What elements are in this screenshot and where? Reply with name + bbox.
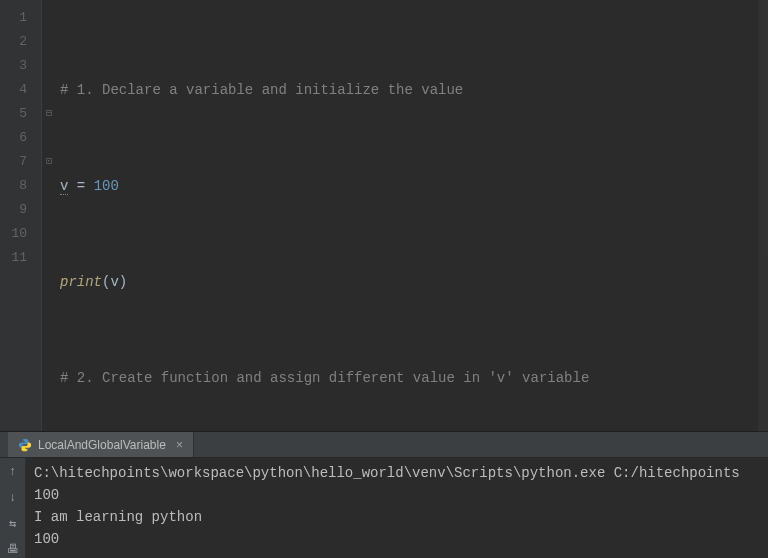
run-body: ↑ ↓ ⇆ 🖶 C:\hitechpoints\workspace\python… bbox=[0, 458, 768, 558]
console-line: C:\hitechpoints\workspace\python\hello_w… bbox=[34, 462, 760, 484]
code-editor[interactable]: 1 2 3 4 5 6 7 8 9 10 11 ⊟ ⊡ # bbox=[0, 0, 768, 431]
punct-token: ) bbox=[119, 274, 127, 290]
fold-end-icon[interactable]: ⊡ bbox=[42, 150, 56, 174]
code-line[interactable]: # 1. Declare a variable and initialize t… bbox=[56, 78, 768, 102]
run-panel: LocalAndGlobalVariable × ↑ ↓ ⇆ 🖶 C:\hite… bbox=[0, 431, 768, 558]
scroll-up-icon[interactable]: ↑ bbox=[5, 464, 21, 480]
print-icon[interactable]: 🖶 bbox=[5, 542, 21, 558]
fold-gutter: ⊟ ⊡ bbox=[42, 0, 56, 431]
line-number: 1 bbox=[0, 6, 41, 30]
editor-vertical-scrollbar[interactable] bbox=[758, 0, 768, 431]
line-number: 9 bbox=[0, 198, 41, 222]
line-number: 8 bbox=[0, 174, 41, 198]
line-number: 3 bbox=[0, 54, 41, 78]
number-token: 100 bbox=[94, 178, 119, 194]
line-number: 2 bbox=[0, 30, 41, 54]
console-line: 100 bbox=[34, 528, 760, 550]
comment-token: # 2. Create function and assign differen… bbox=[60, 370, 589, 386]
console-line: 100 bbox=[34, 484, 760, 506]
close-icon[interactable]: × bbox=[172, 438, 183, 452]
python-icon bbox=[18, 438, 32, 452]
line-number: 10 bbox=[0, 222, 41, 246]
code-line[interactable]: print(v) bbox=[56, 270, 768, 294]
console-output[interactable]: C:\hitechpoints\workspace\python\hello_w… bbox=[26, 458, 768, 558]
line-number: 4 bbox=[0, 78, 41, 102]
fold-start-icon[interactable]: ⊟ bbox=[42, 102, 56, 126]
line-number: 5 bbox=[0, 102, 41, 126]
scroll-down-icon[interactable]: ↓ bbox=[5, 490, 21, 506]
code-line[interactable]: v = 100 bbox=[56, 174, 768, 198]
line-number: 7 bbox=[0, 150, 41, 174]
line-number: 11 bbox=[0, 246, 41, 270]
ide-root: 1 2 3 4 5 6 7 8 9 10 11 ⊟ ⊡ # bbox=[0, 0, 768, 558]
run-tab-label: LocalAndGlobalVariable bbox=[38, 438, 166, 452]
builtin-call-token: print bbox=[60, 274, 102, 290]
operator-token: = bbox=[68, 178, 93, 194]
comment-token: # 1. Declare a variable and initialize t… bbox=[60, 82, 463, 98]
console-line: I am learning python bbox=[34, 506, 760, 528]
line-number: 6 bbox=[0, 126, 41, 150]
soft-wrap-icon[interactable]: ⇆ bbox=[5, 516, 21, 532]
code-area[interactable]: # 1. Declare a variable and initialize t… bbox=[56, 0, 768, 431]
run-tab[interactable]: LocalAndGlobalVariable × bbox=[8, 432, 194, 457]
run-toolbar: ↑ ↓ ⇆ 🖶 bbox=[0, 458, 26, 558]
run-tab-bar: LocalAndGlobalVariable × bbox=[0, 432, 768, 458]
identifier-token: v bbox=[110, 274, 118, 290]
line-number-gutter: 1 2 3 4 5 6 7 8 9 10 11 bbox=[0, 0, 42, 431]
code-line[interactable]: # 2. Create function and assign differen… bbox=[56, 366, 768, 390]
